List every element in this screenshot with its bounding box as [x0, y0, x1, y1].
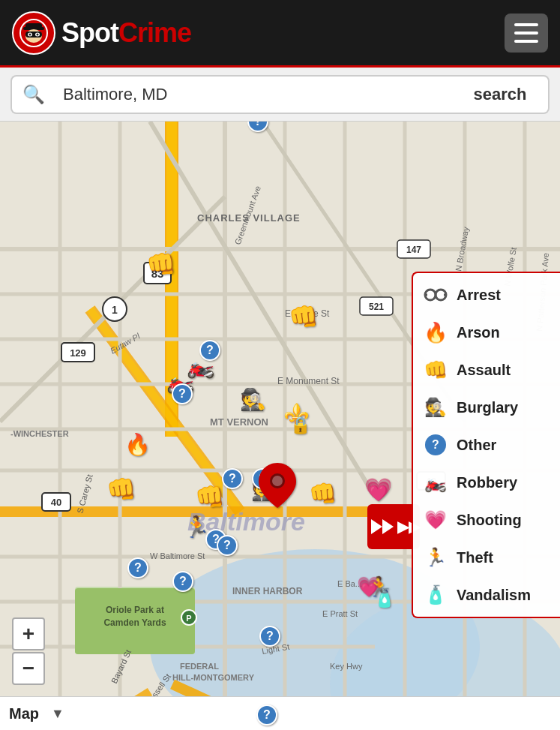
theft-icon: 🏃 — [422, 544, 449, 571]
legend-item-other[interactable]: ? Other — [413, 426, 560, 464]
svg-text:1: 1 — [112, 304, 118, 316]
burglary-icon: 🕵️ — [422, 394, 449, 421]
svg-text:E Monument St: E Monument St — [277, 376, 340, 386]
vandalism-icon: 🧴 — [422, 581, 449, 608]
search-icon: 🔍 — [10, 75, 55, 114]
assault-label: Assault — [457, 362, 511, 379]
legend-item-robbery[interactable]: 🏍️ Robbery — [413, 464, 560, 501]
svg-text:40: 40 — [51, 497, 61, 508]
svg-text:Camden Yards: Camden Yards — [103, 617, 166, 628]
logo-text: SpotCrime — [61, 17, 191, 49]
legend-item-assault[interactable]: 👊 Assault — [413, 351, 560, 389]
arrest-marker-2[interactable]: 🔒 — [290, 416, 310, 435]
arson-marker-1[interactable]: 🔥 — [124, 432, 151, 457]
search-bar: 🔍 search — [0, 68, 560, 122]
assault-marker-2[interactable]: 👊 — [289, 302, 319, 331]
menu-line-2 — [514, 32, 538, 35]
assault-marker-5[interactable]: 👊 — [309, 480, 337, 506]
menu-button[interactable] — [505, 14, 548, 53]
arrest-label: Arrest — [457, 287, 501, 304]
other-icon: ? — [422, 431, 449, 458]
other-question-2: ? — [172, 383, 193, 404]
arrest-icon — [422, 281, 449, 308]
svg-text:Key Hwy: Key Hwy — [330, 662, 363, 671]
vandalism-marker-1[interactable]: 🧴 — [373, 587, 396, 608]
other-marker-11[interactable]: ? — [256, 704, 277, 725]
search-button-label: search — [474, 85, 527, 104]
other-marker-5[interactable]: ? — [127, 557, 148, 578]
legend-item-arrest[interactable]: Arrest — [413, 276, 560, 314]
theft-label: Theft — [457, 549, 493, 566]
search-input[interactable] — [55, 75, 452, 114]
zoom-out-label: − — [22, 658, 34, 679]
app-header: SpotCrime — [0, 0, 560, 68]
legend-item-vandalism[interactable]: 🧴 Vandalism — [413, 576, 560, 614]
svg-text:521: 521 — [369, 302, 384, 312]
other-question-10: ? — [259, 626, 280, 647]
legend-item-arson[interactable]: 🔥 Arson — [413, 314, 560, 351]
svg-text:-WINCHESTER: -WINCHESTER — [10, 429, 69, 438]
arson-icon: 🔥 — [422, 319, 449, 346]
other-marker-2[interactable]: ? — [172, 383, 193, 404]
assault-marker-3[interactable]: 👊 — [106, 475, 136, 503]
menu-line-3 — [514, 40, 538, 43]
other-marker-6[interactable]: ? — [172, 571, 193, 592]
assault-marker-4[interactable]: 👊 — [195, 482, 225, 511]
search-button[interactable]: search — [452, 75, 550, 114]
map-type-dropdown-icon[interactable]: ▼ — [51, 706, 64, 722]
svg-text:147: 147 — [406, 245, 421, 255]
svg-point-8 — [37, 33, 39, 35]
other-question-9: ? — [247, 122, 268, 132]
svg-text:FEDERAL: FEDERAL — [180, 662, 219, 671]
zoom-controls: + − — [12, 617, 45, 685]
other-question-3: ? — [222, 468, 243, 489]
burglary-label: Burglary — [457, 399, 518, 416]
assault-icon: 👊 — [422, 356, 449, 383]
svg-text:Oriole Park at: Oriole Park at — [106, 605, 164, 615]
svg-text:P: P — [186, 614, 191, 623]
legend-panel: Arrest 🔥 Arson 👊 Assault 🕵️ Burglary ? O… — [412, 272, 560, 618]
logo-area: SpotCrime — [12, 11, 191, 55]
svg-text:MT VERNON: MT VERNON — [210, 416, 268, 428]
map-container[interactable]: 83 1 129 40 40 395 147 521 Oriole Park a… — [0, 122, 560, 730]
shooting-marker-1[interactable]: 💗 — [364, 476, 392, 503]
legend-item-shooting[interactable]: 💗 Shooting — [413, 501, 560, 539]
map-type-label: Map — [9, 705, 39, 722]
svg-text:129: 129 — [70, 347, 86, 359]
robbery-icon: 🏍️ — [422, 469, 449, 496]
svg-point-88 — [272, 476, 283, 486]
burglary-marker-1[interactable]: 🕵️ — [240, 387, 266, 412]
arson-label: Arson — [457, 324, 500, 341]
svg-text:CHARLES VILLAGE: CHARLES VILLAGE — [197, 212, 301, 224]
other-question-6: ? — [172, 571, 193, 592]
other-marker-10[interactable]: ? — [259, 626, 280, 647]
zoom-in-label: + — [22, 623, 34, 644]
svg-marker-89 — [371, 519, 382, 534]
legend-item-theft[interactable]: 🏃 Theft — [413, 539, 560, 576]
assault-marker-1[interactable]: 👊 — [146, 250, 176, 278]
robbery-label: Robbery — [457, 474, 517, 491]
other-marker-9[interactable]: ? — [247, 122, 268, 132]
other-marker-1[interactable]: ? — [199, 340, 220, 361]
svg-text:W Baltimore St: W Baltimore St — [150, 551, 205, 560]
other-question-1: ? — [199, 340, 220, 361]
svg-marker-90 — [382, 519, 394, 534]
svg-text:HILL-MONTGOMERY: HILL-MONTGOMERY — [172, 673, 255, 682]
svg-point-7 — [29, 33, 31, 35]
legend-item-burglary[interactable]: 🕵️ Burglary — [413, 389, 560, 426]
zoom-in-button[interactable]: + — [12, 617, 45, 650]
logo-icon — [12, 11, 55, 55]
svg-text:INNER HARBOR: INNER HARBOR — [232, 586, 303, 596]
vandalism-label: Vandalism — [457, 587, 531, 604]
shooting-label: Shooting — [457, 512, 522, 529]
other-question-8: ? — [217, 535, 238, 556]
menu-line-1 — [514, 23, 538, 26]
other-label: Other — [457, 437, 496, 454]
svg-text:E Pratt St: E Pratt St — [322, 609, 358, 618]
other-marker-3[interactable]: ? — [222, 468, 243, 489]
other-marker-8[interactable]: ? — [217, 535, 238, 556]
other-question-11: ? — [256, 704, 277, 725]
location-pin[interactable] — [259, 463, 296, 515]
other-question-5: ? — [127, 557, 148, 578]
zoom-out-button[interactable]: − — [12, 652, 45, 685]
